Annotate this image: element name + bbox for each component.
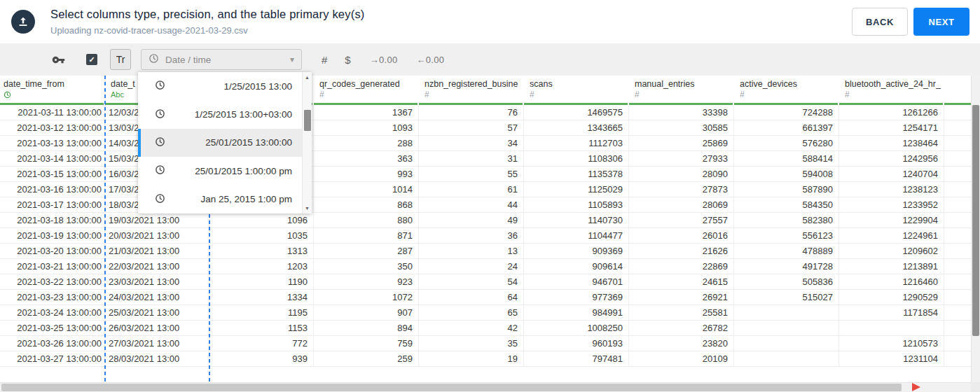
include-column-checkbox[interactable]: ✓ [86, 54, 97, 65]
table-cell[interactable]: 2021-03-27 13:00:00 [0, 351, 105, 367]
table-cell[interactable]: 2021-03-16 13:00:00 [0, 182, 105, 197]
table-cell[interactable]: 24615 [629, 274, 734, 290]
table-cell[interactable]: 946701 [524, 274, 629, 290]
table-cell[interactable]: 25/03/2021 13:00 [105, 305, 209, 321]
table-cell[interactable]: 28/03/2021 13:00 [105, 351, 209, 367]
table-cell[interactable]: 1014 [314, 182, 419, 197]
table-cell[interactable]: 22869 [629, 259, 734, 274]
table-cell[interactable]: 27933 [629, 151, 734, 167]
table-cell[interactable]: 1104477 [524, 228, 629, 244]
table-cell[interactable]: 1238464 [839, 136, 944, 151]
table-cell[interactable]: 515027 [734, 290, 839, 305]
table-cell[interactable] [839, 321, 944, 336]
table-cell[interactable]: 1125029 [524, 182, 629, 197]
table-cell[interactable]: 909614 [524, 259, 629, 274]
table-cell[interactable]: 1240704 [839, 167, 944, 182]
table-cell[interactable]: 1229904 [839, 213, 944, 228]
table-cell[interactable]: 1072 [314, 290, 419, 305]
column-type-select[interactable]: Date / time ▾ [141, 49, 302, 70]
table-cell[interactable]: 505836 [734, 274, 839, 290]
table-cell[interactable]: 491728 [734, 259, 839, 274]
table-cell[interactable]: 21626 [629, 244, 734, 259]
table-cell[interactable]: 907 [314, 305, 419, 321]
table-cell[interactable]: 772 [209, 336, 314, 351]
table-cell[interactable]: 661397 [734, 120, 839, 136]
table-cell[interactable]: 1112703 [524, 136, 629, 151]
table-cell[interactable]: 1209602 [839, 244, 944, 259]
table-cell[interactable]: 871 [314, 228, 419, 244]
table-cell[interactable]: 287 [314, 244, 419, 259]
table-cell[interactable]: 584350 [734, 197, 839, 213]
increase-decimal-button[interactable]: →0.00 [370, 55, 398, 65]
table-cell[interactable]: 1195 [209, 305, 314, 321]
table-cell[interactable]: 26/03/2021 13:00 [105, 321, 209, 336]
table-cell[interactable]: 76 [419, 105, 524, 120]
table-cell[interactable]: 2021-03-26 13:00:00 [0, 336, 105, 351]
table-cell[interactable]: 1153 [209, 321, 314, 336]
table-cell[interactable]: 2021-03-14 13:00:00 [0, 151, 105, 167]
table-cell[interactable]: 26782 [629, 321, 734, 336]
text-type-button[interactable]: Tr [110, 49, 131, 70]
currency-type-button[interactable]: $ [345, 54, 350, 66]
table-cell[interactable]: 2021-03-19 13:00:00 [0, 228, 105, 244]
table-cell[interactable]: 588414 [734, 151, 839, 167]
table-cell[interactable]: 1367 [314, 105, 419, 120]
date-format-option[interactable]: 25/01/2015 13:00:00 [138, 129, 302, 157]
table-cell[interactable] [734, 351, 839, 367]
vertical-scroll-thumb[interactable] [972, 105, 979, 336]
column-header-qr_codes_generated[interactable]: qr_codes_generated# [314, 76, 419, 105]
column-header-date_time_from[interactable]: date_time_from [0, 76, 105, 105]
table-cell[interactable]: 1190 [209, 274, 314, 290]
table-cell[interactable]: 1469575 [524, 105, 629, 120]
table-cell[interactable]: 25581 [629, 305, 734, 321]
table-cell[interactable]: 1105893 [524, 197, 629, 213]
table-cell[interactable]: 31 [419, 151, 524, 167]
table-cell[interactable]: 27557 [629, 213, 734, 228]
table-cell[interactable]: 797481 [524, 351, 629, 367]
table-cell[interactable]: 54 [419, 274, 524, 290]
table-cell[interactable]: 21/03/2021 13:00 [105, 244, 209, 259]
scroll-up-icon[interactable]: ▲ [305, 74, 310, 80]
table-cell[interactable]: 594008 [734, 167, 839, 182]
table-cell[interactable]: 1290529 [839, 290, 944, 305]
table-cell[interactable]: 1313 [209, 244, 314, 259]
table-cell[interactable]: 1035 [209, 228, 314, 244]
table-cell[interactable]: 350 [314, 259, 419, 274]
table-cell[interactable]: 977369 [524, 290, 629, 305]
table-cell[interactable]: 36 [419, 228, 524, 244]
table-cell[interactable]: 23/03/2021 13:00 [105, 274, 209, 290]
table-cell[interactable]: 1140730 [524, 213, 629, 228]
table-cell[interactable]: 49 [419, 213, 524, 228]
table-cell[interactable]: 1135378 [524, 167, 629, 182]
table-cell[interactable]: 909369 [524, 244, 629, 259]
table-cell[interactable]: 26921 [629, 290, 734, 305]
table-cell[interactable]: 923 [314, 274, 419, 290]
table-cell[interactable]: 55 [419, 167, 524, 182]
table-cell[interactable]: 2021-03-17 13:00:00 [0, 197, 105, 213]
table-cell[interactable]: 724288 [734, 105, 839, 120]
table-cell[interactable]: 1231104 [839, 351, 944, 367]
table-cell[interactable]: 23820 [629, 336, 734, 351]
table-cell[interactable]: 24/03/2021 13:00 [105, 290, 209, 305]
back-button[interactable]: BACK [852, 8, 908, 36]
table-cell[interactable]: 2021-03-25 13:00:00 [0, 321, 105, 336]
table-cell[interactable]: 42 [419, 321, 524, 336]
table-cell[interactable]: 44 [419, 197, 524, 213]
horizontal-scroll-thumb[interactable] [1, 384, 902, 391]
table-cell[interactable]: 1233952 [839, 197, 944, 213]
table-cell[interactable]: 2021-03-20 13:00:00 [0, 244, 105, 259]
table-cell[interactable]: 20109 [629, 351, 734, 367]
column-header-active_devices[interactable]: active_devices# [734, 76, 839, 105]
horizontal-scrollbar[interactable] [0, 382, 971, 392]
primary-key-icon[interactable] [52, 53, 65, 66]
table-cell[interactable]: 1203 [209, 259, 314, 274]
table-cell[interactable]: 57 [419, 120, 524, 136]
date-format-option[interactable]: 25/01/2015 1:00:00 pm [138, 157, 302, 185]
table-cell[interactable]: 28090 [629, 167, 734, 182]
date-format-option[interactable]: 1/25/2015 13:00+03:00 [138, 100, 302, 128]
table-cell[interactable]: 2021-03-18 13:00:00 [0, 213, 105, 228]
table-cell[interactable]: 27/03/2021 13:00 [105, 336, 209, 351]
vertical-scrollbar[interactable] [971, 76, 980, 382]
table-cell[interactable]: 2021-03-24 13:00:00 [0, 305, 105, 321]
table-cell[interactable] [734, 336, 839, 351]
